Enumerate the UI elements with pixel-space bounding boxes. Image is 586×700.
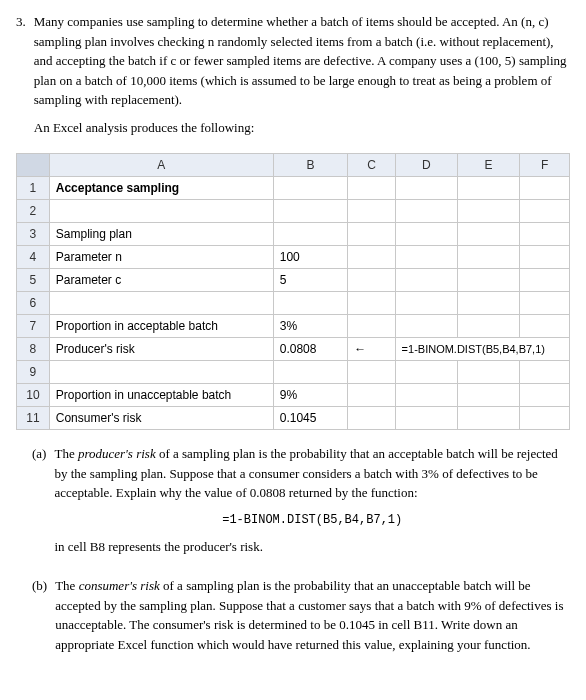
cell-B (273, 200, 348, 223)
cell-F (520, 315, 570, 338)
row-number: 2 (17, 200, 50, 223)
table-row: 11Consumer's risk0.1045 (17, 407, 570, 430)
table-row: 1Acceptance sampling (17, 177, 570, 200)
row-number: 1 (17, 177, 50, 200)
cell-B (273, 177, 348, 200)
corner-cell (17, 154, 50, 177)
cell-E (457, 223, 519, 246)
cell-A (49, 361, 273, 384)
row-number: 7 (17, 315, 50, 338)
cell-B: 0.1045 (273, 407, 348, 430)
excel-spreadsheet: A B C D E F 1Acceptance sampling23Sampli… (16, 153, 570, 430)
cell-E (457, 292, 519, 315)
cell-D (395, 246, 457, 269)
cell-B: 100 (273, 246, 348, 269)
row-number: 3 (17, 223, 50, 246)
cell-E (457, 384, 519, 407)
row-number: 6 (17, 292, 50, 315)
cell-E (457, 200, 519, 223)
part-b-text-1: The consumer's risk of a sampling plan i… (55, 576, 570, 654)
row-number: 8 (17, 338, 50, 361)
cell-C (348, 384, 395, 407)
cell-A: Consumer's risk (49, 407, 273, 430)
consumers-risk-term: consumer's risk (79, 578, 160, 593)
part-a-formula: =1-BINOM.DIST(B5,B4,B7,1) (54, 511, 570, 529)
cell-A: Sampling plan (49, 223, 273, 246)
cell-E (457, 177, 519, 200)
cell-B: 3% (273, 315, 348, 338)
cell-D (395, 292, 457, 315)
cell-B: 9% (273, 384, 348, 407)
cell-C (348, 269, 395, 292)
col-header-F: F (520, 154, 570, 177)
cell-A: Proportion in acceptable batch (49, 315, 273, 338)
cell-A (49, 200, 273, 223)
table-row: 2 (17, 200, 570, 223)
header-row: A B C D E F (17, 154, 570, 177)
arrow-icon: ← (348, 338, 395, 361)
cell-F (520, 361, 570, 384)
cell-C (348, 361, 395, 384)
table-row: 10Proportion in unacceptable batch9% (17, 384, 570, 407)
cell-F (520, 269, 570, 292)
part-a-body: The producer's risk of a sampling plan i… (54, 444, 570, 564)
table-row: 9 (17, 361, 570, 384)
cell-F (520, 200, 570, 223)
cell-D (395, 384, 457, 407)
cell-A: Parameter c (49, 269, 273, 292)
part-a-label: (a) (32, 444, 46, 564)
row-number: 4 (17, 246, 50, 269)
cell-D (395, 361, 457, 384)
cell-E (457, 246, 519, 269)
col-header-B: B (273, 154, 348, 177)
cell-A: Acceptance sampling (49, 177, 273, 200)
cell-F (520, 407, 570, 430)
cell-A (49, 292, 273, 315)
table-row: 7Proportion in acceptable batch3% (17, 315, 570, 338)
col-header-D: D (395, 154, 457, 177)
formula-cell: =1-BINOM.DIST(B5,B4,B7,1) (395, 338, 569, 361)
cell-F (520, 246, 570, 269)
col-header-C: C (348, 154, 395, 177)
cell-D (395, 200, 457, 223)
cell-D (395, 407, 457, 430)
cell-B (273, 361, 348, 384)
table-row: 6 (17, 292, 570, 315)
cell-F (520, 384, 570, 407)
table-row: 3Sampling plan (17, 223, 570, 246)
cell-C (348, 177, 395, 200)
problem-number: 3. (16, 12, 26, 145)
cell-D (395, 315, 457, 338)
producers-risk-term: producer's risk (78, 446, 156, 461)
cell-F (520, 223, 570, 246)
cell-F (520, 177, 570, 200)
cell-F (520, 292, 570, 315)
cell-C (348, 407, 395, 430)
part-a-text-2: in cell B8 represents the producer's ris… (54, 537, 570, 557)
cell-B (273, 292, 348, 315)
cell-A: Proportion in unacceptable batch (49, 384, 273, 407)
problem-text-1: Many companies use sampling to determine… (34, 12, 570, 110)
row-number: 5 (17, 269, 50, 292)
col-header-E: E (457, 154, 519, 177)
table-row: 4Parameter n100 (17, 246, 570, 269)
problem-3: 3. Many companies use sampling to determ… (16, 12, 570, 145)
table-row: 5Parameter c5 (17, 269, 570, 292)
cell-D (395, 223, 457, 246)
part-b-label: (b) (32, 576, 47, 662)
table-row: 8Producer's risk0.0808←=1-BINOM.DIST(B5,… (17, 338, 570, 361)
cell-E (457, 361, 519, 384)
part-a-text-1: The producer's risk of a sampling plan i… (54, 444, 570, 503)
cell-B: 0.0808 (273, 338, 348, 361)
cell-B: 5 (273, 269, 348, 292)
cell-E (457, 407, 519, 430)
cell-C (348, 246, 395, 269)
part-a: (a) The producer's risk of a sampling pl… (16, 444, 570, 564)
problem-text-2: An Excel analysis produces the following… (34, 118, 570, 138)
part-b-body: The consumer's risk of a sampling plan i… (55, 576, 570, 662)
cell-B (273, 223, 348, 246)
cell-E (457, 269, 519, 292)
cell-D (395, 177, 457, 200)
cell-A: Parameter n (49, 246, 273, 269)
col-header-A: A (49, 154, 273, 177)
